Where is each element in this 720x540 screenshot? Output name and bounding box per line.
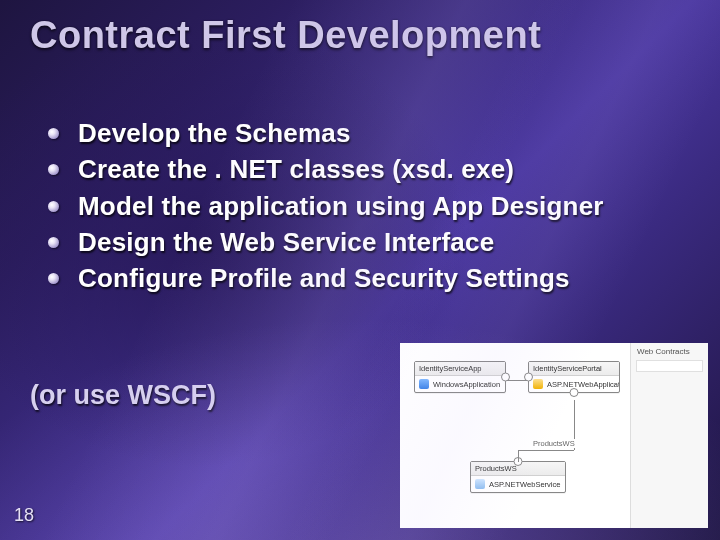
side-panel-field xyxy=(636,360,703,372)
bullet-text: Develop the Schemas xyxy=(78,118,351,148)
connector-line xyxy=(518,450,519,462)
node-body-label: ASP.NETWebService xyxy=(489,480,560,489)
architecture-diagram: IdentityServiceApp WindowsApplication Id… xyxy=(400,343,708,528)
bullet-icon xyxy=(48,273,59,284)
bullet-item: Create the . NET classes (xsd. exe) xyxy=(42,152,604,186)
node-body: ASP.NETWebService xyxy=(471,476,565,492)
bullet-text: Configure Profile and Security Settings xyxy=(78,263,570,293)
iis-app-icon xyxy=(533,379,543,389)
bullet-icon xyxy=(48,201,59,212)
node-body-label: WindowsApplication xyxy=(433,380,500,389)
bullet-list: Develop the Schemas Create the . NET cla… xyxy=(42,116,604,298)
connector-label: ProductsWS xyxy=(532,439,576,448)
webservice-icon xyxy=(475,479,485,489)
bullet-item: Configure Profile and Security Settings xyxy=(42,261,604,295)
connector-handle-icon xyxy=(570,388,579,397)
bullet-icon xyxy=(48,237,59,248)
bullet-icon xyxy=(48,164,59,175)
node-body-label: ASP.NETWebApplication xyxy=(547,380,619,389)
diagram-canvas: IdentityServiceApp WindowsApplication Id… xyxy=(400,343,630,528)
slide-number: 18 xyxy=(14,505,34,526)
diagram-node-portal: IdentityServicePortal ASP.NETWebApplicat… xyxy=(528,361,620,393)
diagram-node-service: ProductsWS ASP.NETWebService xyxy=(470,461,566,493)
diagram-side-panel: Web Contracts xyxy=(630,343,708,528)
bullet-text: Model the application using App Designer xyxy=(78,191,604,221)
bullet-text: Create the . NET classes (xsd. exe) xyxy=(78,154,514,184)
bullet-item: Design the Web Service Interface xyxy=(42,225,604,259)
slide-subnote: (or use WSCF) xyxy=(30,380,216,411)
node-body: WindowsApplication xyxy=(415,376,505,392)
node-header: IdentityServiceApp xyxy=(415,362,505,376)
side-panel-title: Web Contracts xyxy=(631,343,708,358)
diagram-node-client: IdentityServiceApp WindowsApplication xyxy=(414,361,506,393)
connector-line xyxy=(507,380,527,381)
bullet-text: Design the Web Service Interface xyxy=(78,227,494,257)
windows-app-icon xyxy=(419,379,429,389)
bullet-item: Model the application using App Designer xyxy=(42,189,604,223)
connector-line xyxy=(518,450,574,451)
node-header: IdentityServicePortal xyxy=(529,362,619,376)
bullet-icon xyxy=(48,128,59,139)
bullet-item: Develop the Schemas xyxy=(42,116,604,150)
slide-title: Contract First Development xyxy=(30,14,541,57)
